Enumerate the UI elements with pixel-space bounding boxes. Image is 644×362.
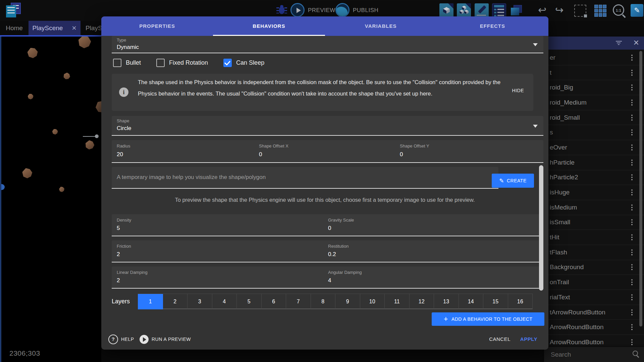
item-menu-icon[interactable] (631, 129, 633, 135)
hide-button[interactable]: HIDE (512, 88, 524, 93)
item-menu-icon[interactable] (631, 174, 633, 180)
checkbox-checked-icon[interactable] (223, 59, 232, 67)
layer-cell-1[interactable]: 1 (138, 294, 163, 309)
capture-icon[interactable] (574, 5, 586, 17)
object-list-item[interactable]: s (544, 125, 644, 140)
layer-cell-7[interactable]: 7 (286, 294, 311, 309)
object-list-item[interactable]: rialText (544, 290, 644, 305)
item-menu-icon[interactable] (631, 324, 633, 330)
field-gravity-scale[interactable]: Gravity Scale 0 (323, 214, 543, 236)
objects-scrollbar[interactable] (639, 51, 642, 326)
item-menu-icon[interactable] (631, 339, 633, 345)
scene-properties-icon[interactable]: ✎ (631, 4, 643, 17)
cancel-button[interactable]: CANCEL (489, 332, 511, 347)
temp-image-field[interactable]: A temporary image to help you visualize … (112, 167, 498, 189)
field-restitution[interactable]: Restitution 0.2 (323, 240, 543, 262)
object-list-item[interactable]: roid_Small (544, 110, 644, 125)
help-button[interactable]: ? HELP (108, 332, 134, 347)
object-list-item[interactable]: eOver (544, 140, 644, 155)
layer-cell-2[interactable]: 2 (163, 294, 188, 309)
checkbox-fixed-rotation[interactable]: Fixed Rotation (156, 59, 208, 67)
object-list-item[interactable]: ArrowRoundButton (544, 320, 644, 335)
item-menu-icon[interactable] (631, 84, 633, 90)
dialog-tab-variables[interactable]: VARIABLES (325, 16, 437, 36)
asteroid-sprite[interactable] (62, 72, 71, 81)
object-list-item[interactable]: onTrail (544, 275, 644, 290)
checkbox-unchecked-icon[interactable] (156, 59, 165, 67)
object-list-item[interactable]: hParticle2 (544, 170, 644, 185)
debug-icon[interactable] (276, 4, 288, 16)
checkbox-unchecked-icon[interactable] (113, 59, 121, 67)
tab-playscene[interactable]: PlayScene✕ (29, 21, 80, 35)
type-select[interactable]: Type Dynamic (112, 36, 543, 53)
item-menu-icon[interactable] (631, 279, 633, 285)
layer-cell-6[interactable]: 6 (262, 294, 286, 309)
create-button[interactable]: ✎ CREATE (492, 174, 534, 188)
layer-cell-13[interactable]: 13 (434, 294, 459, 309)
object-list-item[interactable]: Background (544, 260, 644, 275)
object-list-item[interactable]: isSmall (544, 215, 644, 230)
dialog-tab-behaviors[interactable]: BEHAVIORS (213, 16, 325, 36)
item-menu-icon[interactable] (631, 160, 633, 166)
selection-handle-dot[interactable] (95, 134, 99, 138)
asteroid-sprite[interactable] (93, 98, 101, 115)
object-list-item[interactable]: isMedium (544, 200, 644, 215)
layer-cell-4[interactable]: 4 (212, 294, 237, 309)
field-angular-damping[interactable]: Angular Damping 4 (323, 266, 543, 289)
object-list-item[interactable]: er (544, 50, 644, 65)
object-list-item[interactable]: t (544, 65, 644, 80)
events-sheet-icon[interactable] (492, 3, 506, 17)
object-list-item[interactable]: hParticle (544, 155, 644, 170)
tab-home[interactable]: Home (0, 21, 29, 35)
item-menu-icon[interactable] (631, 55, 633, 61)
checkbox-can-sleep[interactable]: Can Sleep (223, 59, 264, 67)
field-radius[interactable]: Radius 20 (112, 140, 262, 163)
object-list-item[interactable]: tFlash (544, 245, 644, 260)
project-manager-icon[interactable] (6, 3, 22, 19)
item-menu-icon[interactable] (631, 264, 633, 270)
object-list-item[interactable]: roid_Big (544, 80, 644, 95)
add-behavior-button[interactable]: + ADD A BEHAVIOR TO THE OBJECT (432, 312, 544, 326)
field-linear-damping[interactable]: Linear Damping 2 (112, 266, 331, 289)
dialog-tab-effects[interactable]: EFFECTS (437, 16, 548, 36)
field-shape-offset-x[interactable]: Shape Offset X 0 (254, 140, 402, 163)
object-list-item[interactable]: isHuge (544, 185, 644, 200)
grid-icon[interactable] (594, 5, 606, 17)
layer-cell-3[interactable]: 3 (187, 294, 212, 309)
asteroid-sprite[interactable] (52, 129, 58, 135)
preview-play-icon[interactable] (290, 3, 305, 17)
panel-close-icon[interactable]: ✕ (633, 39, 639, 47)
shape-select[interactable]: Shape Circle (112, 116, 543, 136)
dialog-scrollbar[interactable] (539, 165, 543, 291)
asteroid-sprite[interactable] (84, 139, 95, 150)
item-menu-icon[interactable] (631, 219, 633, 225)
layer-cell-16[interactable]: 16 (508, 294, 533, 309)
layer-cell-5[interactable]: 5 (237, 294, 262, 309)
layer-cell-11[interactable]: 11 (385, 294, 410, 309)
checkbox-bullet[interactable]: Bullet (113, 59, 141, 67)
apply-button[interactable]: APPLY (520, 332, 537, 347)
object-list-item[interactable]: tArrowRoundButton (544, 305, 644, 320)
item-menu-icon[interactable] (631, 115, 633, 121)
asteroid-sprite[interactable] (28, 94, 34, 100)
preview-button[interactable]: PREVIEW (308, 3, 335, 17)
publish-button[interactable]: PUBLISH (353, 3, 378, 17)
zoom-1-1-icon[interactable]: 1:1 (613, 4, 624, 16)
field-density[interactable]: Density 5 (112, 214, 331, 236)
object-list-item[interactable]: ArrowRoundButton (544, 335, 644, 347)
item-menu-icon[interactable] (631, 234, 633, 240)
edit-scene-icon[interactable] (475, 3, 489, 17)
item-menu-icon[interactable] (631, 294, 633, 300)
asteroid-sprite[interactable] (28, 48, 38, 58)
filter-icon[interactable] (616, 41, 622, 46)
item-menu-icon[interactable] (631, 249, 633, 255)
layer-cell-9[interactable]: 9 (335, 294, 360, 309)
field-friction[interactable]: Friction 2 (112, 240, 331, 262)
layer-cell-8[interactable]: 8 (311, 294, 336, 309)
item-menu-icon[interactable] (631, 189, 633, 195)
asteroid-sprite[interactable] (59, 187, 64, 192)
item-menu-icon[interactable] (631, 144, 633, 150)
scene-canvas[interactable]: 2306;303 (0, 37, 101, 362)
objects-list-icon[interactable] (439, 3, 453, 17)
search-input[interactable] (550, 349, 625, 360)
